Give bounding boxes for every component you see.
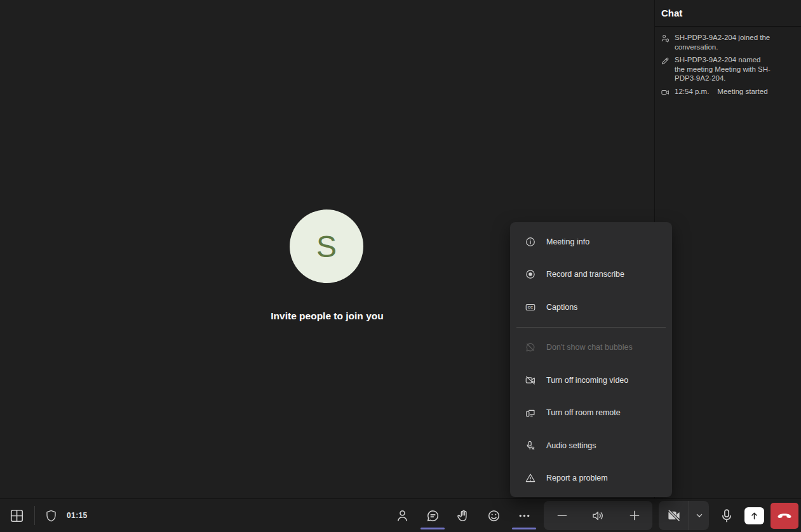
audio-settings-icon <box>524 440 537 451</box>
incoming-video-off-icon <box>524 375 537 386</box>
hang-up-button[interactable] <box>771 503 798 529</box>
mic-icon <box>719 508 734 523</box>
chat-icon <box>426 509 440 523</box>
room-remote-off-icon <box>524 407 537 418</box>
chat-event-joined: SH-PDP3-9A2-204 joined the conversation. <box>661 33 797 51</box>
grid-view-icon <box>9 508 25 524</box>
chevron-down-icon <box>694 510 704 521</box>
share-icon <box>749 510 760 521</box>
toolbar-divider <box>34 506 35 525</box>
raise-hand-icon <box>456 509 471 523</box>
toolbar-left-group: 01:15 <box>4 499 88 532</box>
volume-down-icon <box>555 509 569 522</box>
menu-item-label: Record and transcribe <box>546 270 624 279</box>
menu-item-report-problem[interactable]: Report a problem <box>510 462 672 495</box>
speaker-icon <box>591 509 605 523</box>
camera-control-group <box>659 501 709 530</box>
record-icon <box>524 269 537 280</box>
menu-item-label: Captions <box>546 303 577 312</box>
toolbar-right-group <box>544 499 798 532</box>
raise-hand-button[interactable] <box>450 499 476 532</box>
hang-up-icon <box>776 507 793 524</box>
meeting-toolbar: 01:15 <box>0 498 801 532</box>
chat-event-label: Meeting started <box>717 88 767 95</box>
person-gear-icon <box>661 33 670 51</box>
camera-toggle-button[interactable] <box>659 501 689 530</box>
speaker-button[interactable] <box>580 501 616 530</box>
chat-event-list: SH-PDP3-9A2-204 joined the conversation.… <box>655 27 801 97</box>
menu-item-captions[interactable]: CC Captions <box>510 291 672 324</box>
menu-item-incoming-video[interactable]: Turn off incoming video <box>510 364 672 397</box>
microphone-button[interactable] <box>715 499 738 532</box>
shield-icon <box>44 509 58 522</box>
camera-options-button[interactable] <box>689 501 709 530</box>
menu-item-record-transcribe[interactable]: Record and transcribe <box>510 258 672 291</box>
emoji-icon <box>487 509 501 523</box>
volume-down-button[interactable] <box>544 501 580 530</box>
menu-item-label: Audio settings <box>546 441 596 450</box>
reactions-button[interactable] <box>481 499 506 532</box>
menu-item-audio-settings[interactable]: Audio settings <box>510 429 672 462</box>
captions-icon: CC <box>524 302 537 313</box>
chat-bubbles-off-icon <box>524 342 537 353</box>
chat-button[interactable] <box>420 499 445 532</box>
menu-item-label: Meeting info <box>546 237 589 246</box>
chat-event-text: SH-PDP3-9A2-204 named the meeting Meetin… <box>675 55 772 83</box>
menu-item-label: Report a problem <box>546 474 608 482</box>
menu-divider <box>516 327 666 328</box>
avatar-initial: S <box>316 229 337 264</box>
meeting-timer: 01:15 <box>67 511 88 520</box>
camera-off-icon <box>666 508 682 523</box>
svg-text:CC: CC <box>528 305 533 309</box>
volume-up-button[interactable] <box>616 501 652 530</box>
info-icon <box>524 236 537 248</box>
volume-up-icon <box>628 509 642 522</box>
chat-panel: Chat SH-PDP3-9A2-204 joined the conversa… <box>654 0 801 498</box>
people-button[interactable] <box>389 499 415 532</box>
volume-control-group <box>544 501 652 530</box>
menu-item-label: Turn off incoming video <box>546 376 628 385</box>
video-camera-icon <box>661 87 670 97</box>
chat-event-text: 12:54 p.m.Meeting started <box>675 87 772 97</box>
chat-event-renamed: SH-PDP3-9A2-204 named the meeting Meetin… <box>661 55 797 83</box>
menu-item-chat-bubbles: Don't show chat bubbles <box>510 331 672 364</box>
security-shield-button[interactable] <box>40 499 62 532</box>
chat-event-text: SH-PDP3-9A2-204 joined the conversation. <box>675 33 772 51</box>
chat-event-time: 12:54 p.m. <box>675 88 709 95</box>
grid-view-button[interactable] <box>4 499 29 532</box>
more-options-button[interactable] <box>511 499 537 532</box>
menu-item-label: Don't show chat bubbles <box>546 343 633 352</box>
more-icon <box>517 509 532 523</box>
share-screen-button[interactable] <box>744 507 764 524</box>
chat-event-meeting-started: 12:54 p.m.Meeting started <box>661 87 797 97</box>
report-problem-icon <box>524 472 537 484</box>
more-options-menu: Meeting info Record and transcribe CC Ca… <box>510 222 672 497</box>
menu-item-room-remote[interactable]: Turn off room remote <box>510 397 672 430</box>
avatar: S <box>290 209 363 283</box>
menu-item-label: Turn off room remote <box>546 408 621 417</box>
chat-header: Chat <box>655 0 801 27</box>
menu-item-meeting-info[interactable]: Meeting info <box>510 225 672 258</box>
toolbar-center-group <box>389 499 537 532</box>
people-icon <box>395 509 410 523</box>
pencil-icon <box>661 55 670 83</box>
chat-panel-title: Chat <box>661 8 682 18</box>
